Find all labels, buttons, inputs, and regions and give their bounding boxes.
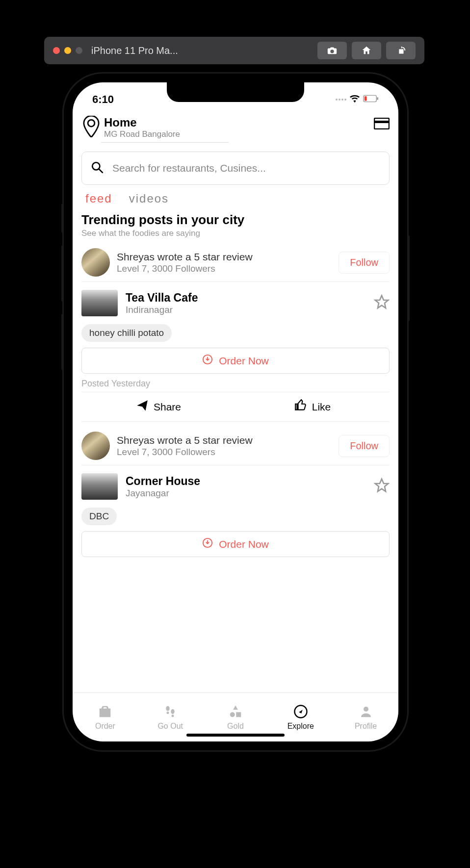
location-subtitle: MG Road Bangalore — [104, 129, 229, 139]
rotate-button[interactable] — [386, 42, 416, 59]
phone-chrome: 6:10 Home MG Road Bangalore — [64, 74, 407, 750]
svg-point-9 — [166, 706, 170, 711]
like-label: Like — [312, 401, 331, 413]
nav-gold-label: Gold — [227, 722, 244, 731]
simulator-titlebar: iPhone 11 Pro Ma... — [44, 37, 424, 64]
simulator-title: iPhone 11 Pro Ma... — [91, 45, 313, 56]
search-input[interactable] — [112, 162, 380, 174]
battery-icon — [363, 95, 379, 104]
location-title: Home — [104, 116, 229, 129]
minimize-window-button[interactable] — [64, 47, 71, 54]
post-user-sub: Level 7, 3000 Followers — [117, 263, 332, 274]
nav-goout-label: Go Out — [157, 722, 183, 731]
cellular-icon — [336, 99, 346, 101]
payment-card-icon[interactable] — [374, 116, 390, 131]
nav-profile[interactable]: Profile — [333, 693, 398, 741]
trending-subtitle: See what the foodies are saying — [81, 229, 390, 238]
svg-rect-1 — [365, 96, 367, 101]
compass-icon — [293, 704, 308, 721]
nav-order[interactable]: Order — [73, 693, 138, 741]
like-button[interactable]: Like — [235, 392, 390, 421]
maximize-window-button — [76, 47, 82, 54]
bookmark-star-icon[interactable] — [374, 478, 390, 495]
order-now-button[interactable]: Order Now — [81, 531, 390, 557]
post-user-title: Shreyas wrote a 5 star review — [117, 251, 332, 263]
avatar — [81, 432, 110, 460]
nav-profile-label: Profile — [355, 722, 377, 731]
svg-point-13 — [230, 712, 235, 717]
wifi-icon — [349, 94, 360, 105]
clock: 6:10 — [92, 93, 114, 106]
window-controls — [53, 47, 82, 54]
svg-rect-14 — [236, 712, 241, 717]
nav-order-label: Order — [95, 722, 115, 731]
avatar — [81, 248, 110, 277]
order-now-button[interactable]: Order Now — [81, 348, 390, 374]
restaurant-locality: Indiranagar — [126, 305, 198, 315]
bag-icon — [98, 704, 112, 721]
tab-videos[interactable]: videos — [129, 192, 169, 205]
screen: 6:10 Home MG Road Bangalore — [73, 82, 398, 741]
feed-tabs: feed videos — [73, 192, 398, 205]
order-now-label: Order Now — [219, 355, 269, 367]
screenshot-button[interactable] — [317, 42, 347, 59]
post-restaurant-row[interactable]: Tea Villa Cafe Indiranagar — [81, 282, 390, 321]
post-user-row[interactable]: Shreyas wrote a 5 star review Level 7, 3… — [81, 427, 390, 465]
notch — [167, 82, 304, 102]
dish-tag[interactable]: DBC — [81, 508, 117, 525]
post-user-row[interactable]: Shreyas wrote a 5 star review Level 7, 3… — [81, 243, 390, 282]
location-pin-icon — [81, 116, 101, 139]
svg-rect-2 — [377, 97, 378, 100]
posted-time: Posted Yesterday — [81, 379, 390, 389]
svg-point-10 — [167, 712, 169, 714]
restaurant-thumbnail — [81, 473, 118, 500]
download-circle-icon — [202, 537, 213, 551]
feed-list[interactable]: Shreyas wrote a 5 star review Level 7, 3… — [73, 243, 398, 692]
footsteps-icon — [163, 704, 178, 721]
nav-explore-label: Explore — [287, 722, 314, 731]
search-icon — [91, 161, 104, 176]
follow-button[interactable]: Follow — [339, 252, 390, 274]
close-window-button[interactable] — [53, 47, 60, 54]
download-circle-icon — [202, 354, 213, 367]
shapes-icon — [228, 704, 243, 721]
home-button[interactable] — [352, 42, 381, 59]
tab-feed[interactable]: feed — [85, 192, 112, 205]
person-icon — [359, 704, 373, 721]
location-header[interactable]: Home MG Road Bangalore — [73, 112, 398, 143]
share-button[interactable]: Share — [81, 392, 235, 421]
svg-rect-3 — [374, 118, 389, 129]
share-label: Share — [154, 401, 181, 413]
svg-rect-4 — [374, 121, 389, 123]
svg-point-16 — [364, 707, 368, 712]
post-restaurant-row[interactable]: Corner House Jayanagar — [81, 465, 390, 505]
home-indicator[interactable] — [186, 734, 285, 737]
post-actions: Share Like — [81, 392, 390, 422]
thumbs-up-icon — [294, 399, 307, 414]
follow-button[interactable]: Follow — [339, 435, 390, 457]
restaurant-thumbnail — [81, 290, 118, 316]
post-user-title: Shreyas wrote a 5 star review — [117, 434, 332, 447]
paper-plane-icon — [136, 399, 149, 414]
bookmark-star-icon[interactable] — [374, 294, 390, 312]
svg-point-11 — [171, 709, 175, 714]
trending-heading: Trending posts in your city See what the… — [73, 212, 398, 238]
order-now-label: Order Now — [219, 538, 269, 550]
search-bar[interactable] — [81, 152, 390, 185]
svg-point-12 — [172, 715, 174, 717]
dish-tag[interactable]: honey chilli potato — [81, 324, 172, 342]
post-user-sub: Level 7, 3000 Followers — [117, 447, 332, 458]
restaurant-name: Corner House — [126, 475, 200, 488]
restaurant-locality: Jayanagar — [126, 488, 200, 499]
restaurant-name: Tea Villa Cafe — [126, 291, 198, 305]
svg-line-6 — [99, 169, 103, 173]
trending-title: Trending posts in your city — [81, 212, 390, 228]
